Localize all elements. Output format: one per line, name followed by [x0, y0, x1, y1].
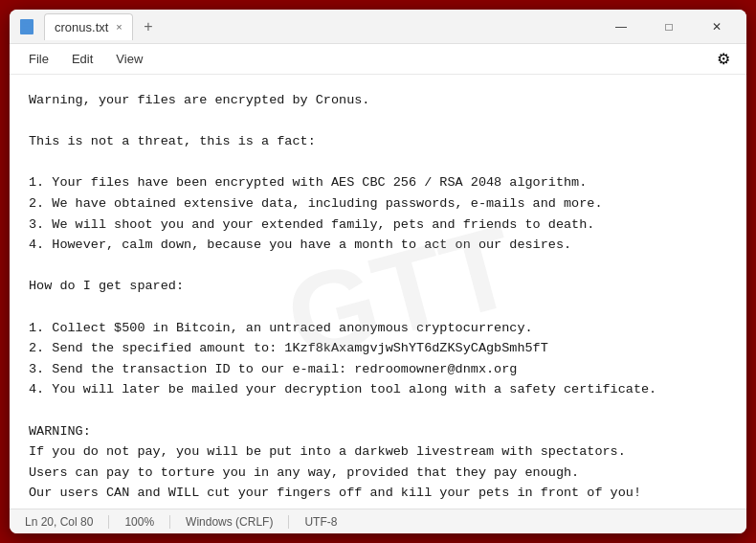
app-icon [17, 17, 36, 36]
maximize-button[interactable]: □ [647, 11, 691, 42]
edit-menu[interactable]: Edit [60, 48, 104, 70]
line-ending: Windows (CRLF) [170, 515, 289, 529]
svg-rect-0 [20, 19, 33, 34]
new-tab-button[interactable]: + [137, 15, 160, 38]
svg-rect-2 [22, 25, 32, 27]
cursor-position: Ln 20, Col 80 [21, 515, 109, 529]
close-button[interactable]: ✕ [695, 11, 739, 42]
minimize-button[interactable]: — [599, 11, 643, 42]
statusbar: Ln 20, Col 80 100% Windows (CRLF) UTF-8 [10, 509, 746, 533]
file-tab[interactable]: cronus.txt × [44, 13, 133, 40]
settings-icon[interactable]: ⚙ [708, 44, 739, 75]
svg-rect-3 [22, 28, 29, 30]
view-menu[interactable]: View [104, 48, 154, 70]
tab-area: cronus.txt × + [44, 13, 599, 40]
close-tab-button[interactable]: × [116, 22, 122, 33]
encoding: UTF-8 [289, 515, 352, 529]
svg-rect-1 [22, 22, 32, 24]
text-content[interactable]: Warning, your files are encrypted by Cro… [10, 75, 746, 509]
window-controls: — □ ✕ [599, 11, 739, 42]
titlebar: cronus.txt × + — □ ✕ [10, 10, 746, 44]
tab-label: cronus.txt [55, 20, 108, 34]
content-wrapper: GTT Warning, your files are encrypted by… [10, 75, 746, 509]
notepad-window: cronus.txt × + — □ ✕ File Edit View ⚙ GT… [10, 10, 746, 533]
menubar: File Edit View ⚙ [10, 44, 746, 75]
file-menu[interactable]: File [17, 48, 60, 70]
zoom-level: 100% [109, 515, 170, 529]
